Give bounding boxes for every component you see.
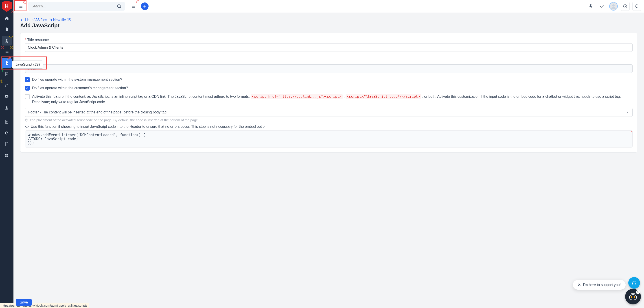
question-circle-icon: [25, 118, 28, 122]
sidebar-item-home[interactable]: [2, 13, 12, 23]
placement-selected-value: Footer - The content will be inserted at…: [28, 110, 168, 114]
sync-icon: [4, 131, 9, 135]
check-inline-box[interactable]: [25, 94, 30, 99]
clock-button[interactable]: [621, 2, 630, 11]
bell-button[interactable]: [632, 2, 641, 11]
sidebar-item-report[interactable]: [2, 139, 12, 149]
search-icon: [117, 4, 122, 9]
logo-shield-icon: H: [2, 1, 12, 12]
home-icon: [4, 16, 9, 20]
breadcrumb: List of JS files New file JS: [20, 18, 637, 22]
sidebar-item-js[interactable]: 📌: [2, 58, 12, 68]
search-input[interactable]: [32, 4, 117, 8]
sidebar-item-receipt[interactable]: [2, 117, 12, 127]
check-client-row: Do files operate within the customer's m…: [25, 85, 632, 91]
support-bubble: ✕ I'm here to support you!: [573, 280, 626, 290]
plus-icon: [143, 4, 147, 8]
headset-icon: [4, 83, 9, 88]
breadcrumb-list-link[interactable]: List of JS files: [20, 18, 47, 22]
file-text-icon: [4, 142, 9, 146]
sidebar-item-file[interactable]: [2, 24, 12, 34]
placement-select[interactable]: Footer - The content will be inserted at…: [25, 108, 632, 117]
topbar: ? ?: [14, 0, 644, 12]
sidebar-item-sync[interactable]: [2, 128, 12, 138]
slug-input[interactable]: [25, 64, 632, 73]
check-icon: [599, 4, 604, 9]
check-inline-label: Activate this feature if the content, as…: [32, 94, 632, 105]
bot-fab[interactable]: 1: [625, 289, 641, 305]
secondary-menu-button[interactable]: ?: [129, 1, 138, 11]
content: List of JS files New file JS Add JavaScr…: [14, 12, 644, 308]
support-message: I'm here to support you!: [583, 283, 621, 287]
plus-square-icon: [48, 18, 52, 22]
svg-point-8: [634, 296, 635, 298]
check-inline-row: Activate this feature if the content, as…: [25, 94, 632, 105]
svg-point-7: [631, 296, 632, 298]
share-button[interactable]: [586, 2, 595, 11]
share-icon: [588, 4, 592, 9]
bell-icon: [634, 4, 639, 8]
sidebar-item-headset[interactable]: ?: [2, 80, 12, 90]
breadcrumb-new-link[interactable]: New file JS: [48, 18, 71, 22]
sidebar: H ? ? ? ? 📌 ? ?: [0, 0, 14, 308]
avatar-button[interactable]: [609, 2, 618, 11]
support-fab[interactable]: [628, 277, 640, 289]
save-button[interactable]: Save: [16, 299, 32, 306]
sidebar-item-profile[interactable]: [2, 103, 12, 113]
svg-point-1: [612, 4, 614, 6]
pin-icon: 📌: [7, 56, 11, 60]
sidebar-item-user-clock[interactable]: ?: [2, 36, 12, 45]
check-admin-label: Do files operate within the system manag…: [32, 77, 122, 82]
bot-badge: 1: [636, 290, 640, 294]
user-clock-icon: [4, 38, 9, 43]
menu-icon: [18, 4, 23, 8]
check-admin-box[interactable]: [25, 77, 30, 82]
support-close-button[interactable]: ✕: [578, 283, 581, 287]
page-title: Add JavaScript: [20, 22, 637, 29]
svg-point-6: [630, 295, 637, 300]
header-hint: Use this function if choosing to insert …: [25, 125, 632, 129]
menu-icon: [131, 4, 136, 8]
arrow-left-icon: [20, 18, 24, 22]
svg-point-0: [118, 4, 120, 7]
list-check-icon: [4, 49, 9, 54]
code-icon: [25, 125, 29, 129]
chevron-down-icon: [626, 111, 629, 114]
clock-icon: [623, 4, 628, 8]
sidebar-item-settings[interactable]: [2, 92, 12, 102]
check-client-box[interactable]: [25, 86, 30, 91]
check-admin-row: Do files operate within the system manag…: [25, 77, 632, 82]
sidebar-item-grid[interactable]: [2, 150, 12, 160]
sidebar-item-doc[interactable]: ?: [2, 69, 12, 79]
code-file-icon: [4, 61, 9, 65]
title-input[interactable]: [25, 43, 632, 52]
add-button[interactable]: [141, 2, 148, 10]
title-label: * Title resource: [25, 38, 632, 42]
receipt-icon: [4, 119, 9, 124]
code-sample: window.addEventListener('DOMContentLoade…: [25, 130, 632, 147]
status-url: https://perfexmodules.wikipoly.com/admin…: [0, 303, 89, 308]
search-box[interactable]: [28, 2, 125, 11]
file-icon: [4, 27, 9, 32]
avatar-icon: [609, 2, 618, 10]
gear-icon: [4, 94, 9, 99]
main: ? ?: [14, 0, 644, 308]
menu-toggle-button[interactable]: ?: [16, 1, 26, 11]
sidebar-item-list[interactable]: ? ?: [2, 47, 12, 57]
tooltip-js: JavaScript (JS): [12, 60, 43, 69]
grid-icon: [4, 153, 9, 158]
placement-hint: The placement of the activated script co…: [25, 118, 632, 122]
check-button[interactable]: [597, 2, 606, 11]
headset-icon: [631, 280, 637, 286]
form-card: * Title resource Do files operate within…: [20, 33, 637, 153]
doc-lines-icon: [4, 72, 9, 76]
logo[interactable]: H ?: [0, 0, 14, 12]
user-icon: [4, 106, 9, 110]
check-client-label: Do files operate within the customer's m…: [32, 85, 128, 91]
